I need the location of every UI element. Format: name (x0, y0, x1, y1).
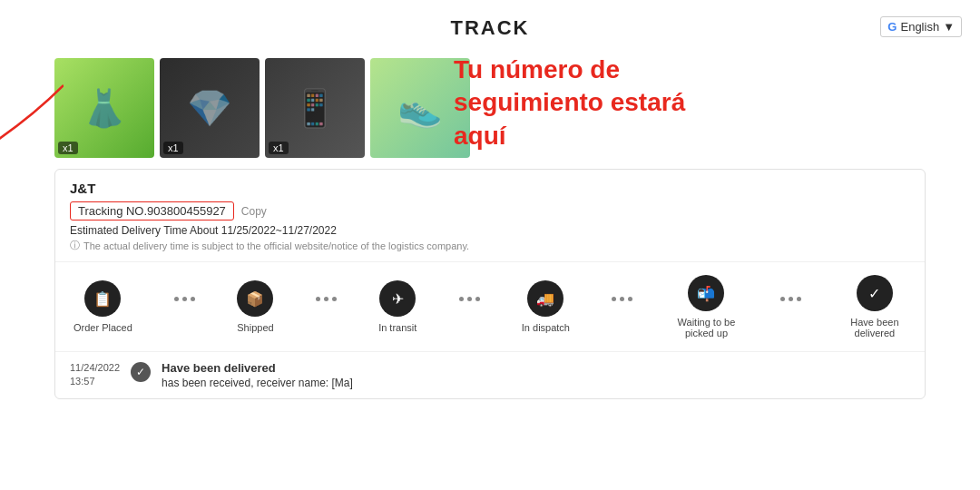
tracking-number-box: Tracking NO.903800455927 (70, 201, 234, 220)
dot (324, 297, 328, 301)
step-in-transit: ✈ In transit (378, 280, 416, 333)
step-icon-in-dispatch: 🚚 (527, 280, 564, 317)
tracking-number-value: 903800455927 (147, 204, 226, 218)
dot (459, 297, 464, 301)
header: TRACK G English ▼ (0, 0, 980, 49)
dot (191, 297, 195, 301)
tracking-label: Tracking NO. (78, 204, 147, 218)
dot (612, 297, 616, 301)
copy-button[interactable]: Copy (241, 205, 267, 218)
product-figure-1: 👗 (82, 87, 127, 130)
dots-3 (459, 297, 480, 301)
carrier-name: J&T (70, 181, 910, 196)
product-figure-2: 💎 (187, 87, 232, 130)
dot (475, 297, 480, 301)
steps-row: 📋 Order Placed 📦 Shipped ✈ In transit (55, 261, 925, 351)
step-shipped: 📦 Shipped (237, 280, 273, 333)
dot (789, 297, 793, 301)
dot (182, 297, 187, 301)
dot (628, 297, 632, 301)
language-label: English (900, 20, 939, 34)
step-label-in-transit: In transit (378, 322, 416, 333)
red-arrow (0, 76, 64, 185)
estimated-delivery-label: Estimated Delivery Time About (70, 224, 218, 237)
tracking-card: J&T Tracking NO.903800455927 Copy Estima… (54, 169, 926, 399)
tracking-number-row: Tracking NO.903800455927 Copy (70, 201, 910, 220)
recent-event: 11/24/2022 13:57 ✓ Have been delivered h… (55, 351, 925, 398)
product-section: 👗 x1 💎 x1 📱 x1 👟 (0, 49, 980, 158)
dot (797, 297, 801, 301)
product-item-3: 📱 x1 (265, 58, 365, 158)
step-icon-delivered: ✓ (857, 275, 893, 311)
event-title: Have been delivered (162, 361, 353, 375)
product-qty-2: x1 (163, 142, 183, 154)
step-label-order-placed: Order Placed (74, 322, 132, 333)
language-selector[interactable]: G English ▼ (880, 16, 962, 37)
step-icon-in-transit: ✈ (379, 280, 416, 317)
estimated-delivery-dates: 11/25/2022~11/27/2022 (221, 224, 337, 237)
delivery-notice-text: The actual delivery time is subject to t… (83, 240, 469, 251)
dots-5 (780, 297, 801, 301)
dot (174, 297, 179, 301)
product-images-list: 👗 x1 💎 x1 📱 x1 👟 (54, 58, 470, 158)
dot (780, 297, 785, 301)
product-figure-3: 📱 (292, 87, 338, 130)
dots-4 (612, 297, 632, 301)
google-icon: G (887, 20, 897, 34)
annotation-text: Tu número de seguimiento estará aquí (454, 54, 744, 152)
dots-1 (174, 297, 195, 301)
product-qty-3: x1 (269, 142, 289, 154)
product-figure-4: 👟 (397, 87, 443, 130)
step-label-waiting-pickup: Waiting to be picked up (674, 317, 738, 338)
step-in-dispatch: 🚚 In dispatch (522, 280, 570, 333)
step-label-delivered: Have been delivered (843, 317, 906, 338)
event-check-icon: ✓ (131, 362, 151, 382)
event-date: 11/24/2022 (70, 361, 120, 375)
step-order-placed: 📋 Order Placed (74, 280, 132, 333)
step-delivered: ✓ Have been delivered (843, 275, 906, 338)
estimated-delivery: Estimated Delivery Time About 11/25/2022… (70, 224, 910, 237)
page-title: TRACK (451, 16, 530, 39)
delivery-notice: ⓘ The actual delivery time is subject to… (70, 239, 910, 252)
step-icon-shipped: 📦 (237, 280, 273, 317)
step-label-shipped: Shipped (237, 322, 273, 333)
event-time: 11/24/2022 13:57 (70, 361, 120, 389)
dot (332, 297, 337, 301)
dot (467, 297, 472, 301)
chevron-down-icon: ▼ (943, 20, 955, 34)
event-details: Have been delivered has been received, r… (162, 361, 353, 389)
step-label-in-dispatch: In dispatch (522, 322, 570, 333)
event-clock: 13:57 (70, 375, 120, 388)
step-icon-waiting-pickup: 📬 (688, 275, 724, 311)
product-item-2: 💎 x1 (160, 58, 260, 158)
product-item-1: 👗 x1 (54, 58, 154, 158)
info-icon: ⓘ (70, 239, 80, 252)
step-waiting-pickup: 📬 Waiting to be picked up (674, 275, 738, 338)
dot (620, 297, 624, 301)
dots-2 (316, 297, 337, 301)
step-icon-order-placed: 📋 (84, 280, 121, 317)
event-description: has been received, receiver name: [Ma] (162, 377, 353, 389)
dot (316, 297, 320, 301)
